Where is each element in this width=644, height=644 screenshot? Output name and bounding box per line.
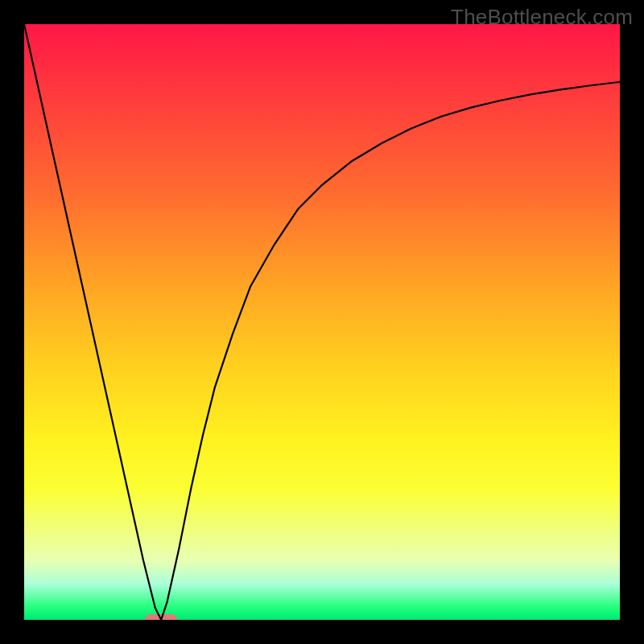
plot-area: [24, 24, 620, 620]
curve-path: [24, 24, 620, 620]
chart-frame: TheBottleneck.com: [0, 0, 644, 644]
watermark-text: TheBottleneck.com: [451, 5, 633, 30]
bottleneck-curve: [24, 24, 620, 620]
